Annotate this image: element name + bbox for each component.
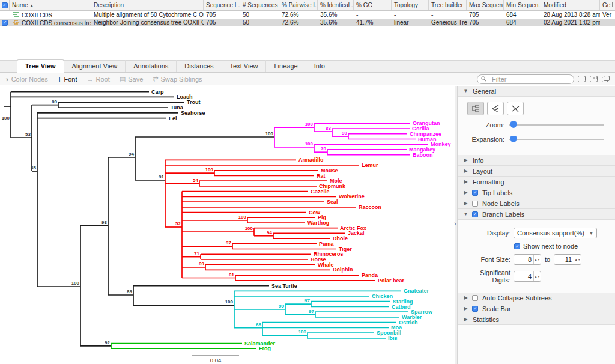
tip-label-lemur[interactable]: Lemur (362, 162, 378, 168)
popout-window-icon[interactable] (601, 75, 610, 83)
tip-label-dolphin[interactable]: Dolphin (333, 267, 353, 273)
section-label: General (473, 88, 496, 95)
tab-text-view[interactable]: Text View (222, 60, 267, 72)
radial-tree-button[interactable] (507, 102, 524, 115)
cell-value: 50 (243, 19, 249, 26)
tip-label-panda[interactable]: Panda (362, 272, 378, 278)
show-next-to-node-checkbox[interactable] (514, 243, 520, 249)
tab-annotations[interactable]: Annotations (126, 60, 177, 72)
rectangular-tree-button[interactable] (467, 102, 484, 115)
section-auto-collapse[interactable]: ▶ Auto Collapse Subtrees (458, 293, 615, 303)
tip-label-whale[interactable]: Whale (318, 262, 334, 268)
node-labels-checkbox[interactable] (472, 201, 478, 207)
branch-labels-checkbox[interactable] (472, 211, 478, 217)
section-branch-labels[interactable]: ▼ Branch Labels (458, 209, 615, 220)
slanted-tree-button[interactable] (487, 102, 504, 115)
cell-description: Multiple alignment of 50 Cytochrome C Ox… (91, 11, 204, 18)
column-header-identical[interactable]: % Identical ... (318, 0, 354, 10)
column-header-min-sequen[interactable]: Min Sequen... (504, 0, 541, 10)
tip-label-carp[interactable]: Carp (151, 89, 164, 95)
column-header-description[interactable]: Description (91, 0, 204, 10)
tip-label-gazelle[interactable]: Gazelle (311, 189, 330, 195)
tip-label-rat[interactable]: Rat (317, 173, 326, 179)
column-chooser-icon[interactable] (612, 2, 615, 8)
tip-label-dhole[interactable]: Dhole (333, 235, 348, 241)
table-row[interactable]: COXII CDSMultiple alignment of 50 Cytoch… (0, 11, 615, 19)
column-header-label: Sequence L... (206, 2, 240, 8)
column-header-modified[interactable]: Modified (541, 0, 600, 10)
column-header-name[interactable]: Name▲ (10, 0, 91, 10)
section-scale-bar[interactable]: ▶ Scale Bar (458, 303, 615, 314)
column-header-tree-builder[interactable]: Tree builder (429, 0, 467, 10)
tip-label-puma[interactable]: Puma (319, 241, 335, 247)
tip-label-armadillo[interactable]: Armadillo (298, 157, 324, 163)
to-label: to (545, 256, 550, 263)
zoom-slider[interactable] (509, 124, 604, 126)
stepper-arrows-icon[interactable]: ▲▼ (574, 255, 581, 264)
tab-distances[interactable]: Distances (177, 60, 222, 72)
tip-label-baboon[interactable]: Baboon (413, 152, 433, 158)
stepper-arrows-icon[interactable]: ▲▼ (533, 271, 541, 281)
row-checkbox[interactable] (2, 20, 8, 26)
font-size-max-stepper[interactable]: 11 ▲▼ (554, 254, 581, 265)
tab-tree-view[interactable]: Tree View (17, 59, 64, 73)
section-formatting[interactable]: ▶ Formatting (458, 177, 615, 187)
tip-label-frog[interactable]: Frog (259, 345, 271, 351)
significant-digits-stepper[interactable]: 4 ▲▼ (514, 271, 541, 282)
tip-label-wolverine[interactable]: Wolverine (339, 193, 365, 199)
tip-label-gnateater[interactable]: Gnateater (404, 288, 429, 294)
cell-value: linear (394, 19, 408, 26)
select-all-checkbox[interactable] (2, 2, 8, 8)
tip-label-ibis[interactable]: Ibis (388, 335, 398, 341)
tip-label-seal[interactable]: Seal (327, 199, 338, 205)
tip-label-chicken[interactable]: Chicken (372, 293, 393, 299)
tip-label-sea-turtle[interactable]: Sea Turtle (271, 283, 297, 289)
tip-label-polar-bear[interactable]: Polar bear (378, 278, 405, 284)
support-value-label: 54 (193, 178, 198, 183)
filter-input[interactable]: Filter (477, 74, 574, 84)
layout-toggle-group (467, 102, 609, 115)
font-size-min-stepper[interactable]: 8 ▲▼ (514, 254, 541, 265)
column-header-gc[interactable]: % GC (354, 0, 392, 10)
phylogenetic-tree: 1005389551009394100100839010070911005452… (0, 86, 455, 364)
expansion-slider-thumb[interactable] (510, 136, 517, 142)
panel-splitter[interactable]: › (455, 86, 458, 364)
tip-label-trout[interactable]: Trout (187, 99, 201, 105)
tab-info[interactable]: Info (306, 60, 333, 72)
column-header-sequences[interactable]: # Sequences (240, 0, 279, 10)
section-info[interactable]: ▶ Info (458, 155, 615, 166)
splitter-collapse-icon[interactable]: › (454, 220, 456, 227)
tip-label-jackal[interactable]: Jackal (348, 230, 365, 236)
section-layout[interactable]: ▶ Layout (458, 166, 615, 177)
scale-bar-checkbox[interactable] (472, 306, 478, 312)
restore-panel-icon[interactable] (589, 75, 598, 83)
column-header-sequence-l[interactable]: Sequence L... (204, 0, 240, 10)
column-header-pairwise-i[interactable]: % Pairwise I... (279, 0, 318, 10)
expansion-slider[interactable] (509, 139, 604, 140)
column-header-max-sequen[interactable]: Max Sequen... (467, 0, 504, 10)
tip-label-eel[interactable]: Eel (169, 115, 177, 121)
section-general[interactable]: ▼ General (458, 86, 615, 97)
collapse-panel-icon[interactable] (577, 75, 586, 83)
tip-label-warthog[interactable]: Warthog (308, 220, 329, 226)
tab-alignment-view[interactable]: Alignment View (64, 60, 126, 72)
stepper-arrows-icon[interactable]: ▲▼ (533, 255, 541, 264)
cell-value: Ver (602, 11, 611, 18)
tip-label-seahorse[interactable]: Seahorse (181, 110, 205, 116)
font-button[interactable]: TFont (58, 76, 77, 83)
display-dropdown[interactable]: Consensus support(%) ▼ (514, 228, 597, 238)
column-header-topology[interactable]: Topology (392, 0, 429, 10)
swap-siblings-button: ⇄Swap Siblings (153, 75, 202, 83)
tip-label-raccoon[interactable]: Raccoon (359, 204, 381, 210)
tip-labels-checkbox[interactable] (472, 190, 478, 196)
chevron-right-icon: ▶ (463, 190, 468, 195)
tree-view-canvas[interactable]: 1005389551009394100100839010070911005452… (0, 86, 455, 364)
section-node-labels[interactable]: ▶ Node Labels (458, 198, 615, 209)
auto-collapse-checkbox[interactable] (472, 295, 478, 301)
zoom-slider-thumb[interactable] (510, 121, 517, 128)
tip-label-catbird[interactable]: Catbird (392, 304, 411, 310)
column-header-ge[interactable]: Ge (600, 0, 615, 10)
section-statistics[interactable]: ▶ Statistics (458, 314, 615, 325)
section-tip-labels[interactable]: ▶ Tip Labels (458, 187, 615, 198)
tab-lineage[interactable]: Lineage (266, 60, 306, 72)
